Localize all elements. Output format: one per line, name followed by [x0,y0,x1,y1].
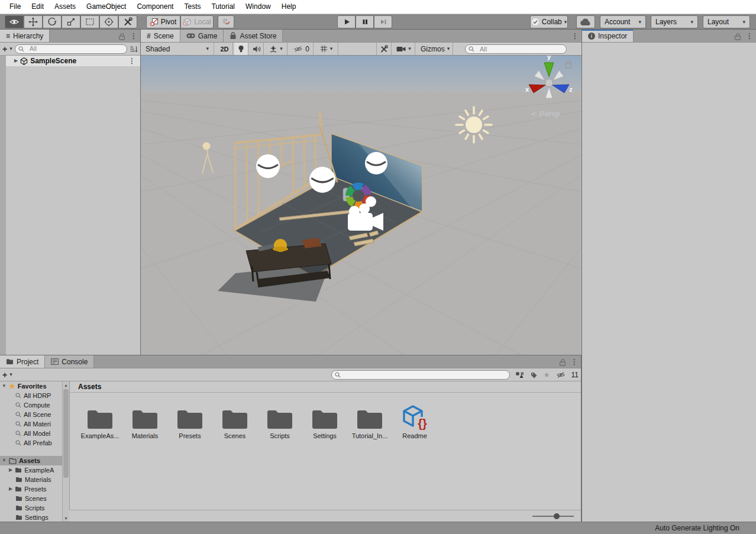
grid-item-scenes[interactable]: Scenes [212,400,257,439]
2d-toggle[interactable]: 2D [217,43,233,55]
favorite-item[interactable]: All Scene [0,410,62,419]
transform-tool-button[interactable] [99,15,118,28]
scene-audio-toggle[interactable] [250,43,264,55]
project-menu-button[interactable]: ⋮ [571,358,578,365]
grid-item-tutorial-info[interactable]: Tutorial_In... [347,400,392,439]
project-search-input[interactable] [331,370,510,380]
menu-component[interactable]: Component [131,0,179,14]
disclosure-open-icon[interactable]: ▼ [2,384,7,389]
hierarchy-search-input[interactable] [15,44,127,54]
menu-gameobject[interactable]: GameObject [81,0,131,14]
scroll-down-icon[interactable]: ▼ [63,514,69,522]
pause-button[interactable] [356,15,374,28]
local-toggle-button[interactable]: Local [180,15,214,28]
grid-item-materials[interactable]: Materials [122,400,167,439]
search-by-type-icon[interactable] [515,371,524,378]
caret-down-icon[interactable]: ▾ [9,46,12,51]
gizmos-dropdown[interactable]: Gizmos ▾ [416,43,453,55]
tab-scene[interactable]: # Scene [141,30,180,42]
sort-icon[interactable] [130,46,138,53]
grid-item-exampleassets[interactable]: ExampleAs... [77,400,122,439]
scroll-up-icon[interactable]: ▲ [63,381,69,389]
grid-item-scripts[interactable]: Scripts [257,400,302,439]
tree-scrollbar[interactable]: ▲ ▼ [62,381,69,522]
scene-effects-dropdown[interactable]: ▾ [265,43,287,55]
account-dropdown[interactable]: Account ▾ [600,15,646,28]
collab-dropdown[interactable]: Collab ▾ [530,15,568,28]
thumbnail-zoom-slider[interactable] [532,516,574,517]
search-by-label-icon[interactable] [530,371,538,378]
scene-menu-button[interactable]: ⋮ [571,33,579,40]
scene-lighting-toggle[interactable] [234,43,248,55]
step-button[interactable] [374,15,392,28]
scene-tools-button[interactable] [376,43,392,55]
menu-file[interactable]: File [4,0,26,14]
tab-project[interactable]: Project [0,355,45,368]
menu-assets[interactable]: Assets [49,0,81,14]
hierarchy-item-samplescene[interactable]: ▶ SampleScene ⋮ [6,56,140,66]
tree-item-scripts[interactable]: Scripts [0,503,62,513]
disclosure-closed-icon[interactable]: ▶ [9,468,12,472]
tab-inspector[interactable]: i Inspector [582,30,634,42]
disclosure-closed-icon[interactable]: ▶ [9,487,12,491]
layers-dropdown[interactable]: Layers ▾ [651,15,698,28]
persp-toggle[interactable]: < Persp [531,109,560,118]
grid-snap-button[interactable] [218,15,234,28]
favorite-item[interactable]: All Prefab [0,438,62,448]
lock-open-icon[interactable] [118,33,125,40]
project-create-button[interactable]: + [2,371,7,379]
tree-item-exampleassets[interactable]: ▶ ExampleA [0,465,62,475]
hierarchy-menu-button[interactable]: ⋮ [130,33,137,40]
tab-asset-store[interactable]: Asset Store [224,30,283,42]
caret-down-icon[interactable]: ▾ [9,372,12,377]
favorites-section[interactable]: ▼ ★ Favorites [0,381,62,391]
layout-dropdown[interactable]: Layout ▾ [703,15,750,28]
cloud-button[interactable] [576,15,595,28]
favorite-item[interactable]: All HDRP [0,391,62,400]
tab-hierarchy[interactable]: ≡ Hierarchy [0,30,50,42]
slider-thumb[interactable] [554,513,560,519]
assets-root[interactable]: ▼ Assets [0,456,62,465]
scrollbar-thumb[interactable] [63,389,69,478]
menu-tests[interactable]: Tests [179,0,206,14]
favorite-item[interactable]: Compute [0,400,62,410]
play-button[interactable] [337,15,356,28]
scene-viewport[interactable]: x y z < Persp [141,56,581,355]
tree-item-materials[interactable]: Materials [0,475,62,484]
grid-item-presets[interactable]: Presets [167,400,212,439]
scene-item-menu-button[interactable]: ⋮ [128,57,135,64]
grid-item-readme[interactable]: {} Readme [392,400,437,439]
light-gizmo[interactable] [309,167,335,193]
menu-tutorial[interactable]: Tutorial [206,0,240,14]
favorites-filter-star-icon[interactable]: ★ [544,371,550,378]
move-tool-button[interactable] [24,15,43,28]
scale-tool-button[interactable] [62,15,80,28]
shading-mode-dropdown[interactable]: Shaded ▾ [141,43,214,55]
menu-edit[interactable]: Edit [26,0,49,14]
tree-item-settings[interactable]: Settings [0,513,62,522]
favorite-item[interactable]: All Materi [0,419,62,429]
view-tool-button[interactable] [5,15,24,28]
menu-help[interactable]: Help [276,0,302,14]
scene-search-input[interactable] [465,44,567,54]
tab-game[interactable]: Game [180,30,224,42]
favorite-item[interactable]: All Model [0,429,62,438]
rect-tool-button[interactable] [80,15,99,28]
scene-hidden-count[interactable]: 0 [290,43,314,55]
inspector-menu-button[interactable]: ⋮ [746,33,753,40]
disclosure-open-icon[interactable]: ▼ [2,458,7,463]
rotate-tool-button[interactable] [43,15,62,28]
pivot-toggle-button[interactable]: Pivot [146,15,180,28]
lock-open-icon[interactable] [734,33,741,40]
disclosure-closed-icon[interactable]: ▶ [14,59,18,63]
light-gizmo[interactable] [256,154,280,178]
custom-tools-button[interactable] [118,15,137,28]
scene-camera-dropdown[interactable]: ▾ [393,43,415,55]
tree-item-presets[interactable]: ▶ Presets [0,484,62,494]
lock-open-icon[interactable] [559,358,566,366]
light-gizmo[interactable] [365,152,387,174]
menu-window[interactable]: Window [240,0,276,14]
tab-console[interactable]: Console [45,355,94,368]
create-menu-button[interactable]: + [2,45,7,53]
scene-grid-dropdown[interactable]: ▾ [315,43,338,55]
